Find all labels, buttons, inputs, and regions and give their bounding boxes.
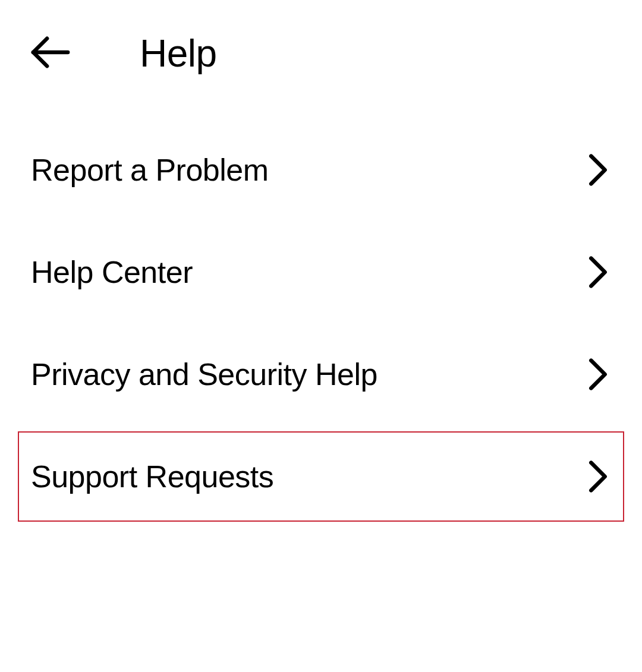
chevron-right-icon (585, 259, 611, 285)
back-button[interactable] (30, 30, 77, 77)
arrow-left-icon (30, 31, 71, 75)
page-title: Help (140, 31, 217, 75)
menu-item-report-a-problem[interactable]: Report a Problem (18, 125, 624, 215)
menu-item-label: Support Requests (31, 459, 273, 494)
menu-item-label: Report a Problem (31, 152, 269, 188)
menu-item-support-requests[interactable]: Support Requests (18, 431, 624, 522)
header: Help (0, 0, 642, 101)
menu-item-help-center[interactable]: Help Center (18, 227, 624, 317)
menu-item-privacy-and-security-help[interactable]: Privacy and Security Help (18, 329, 624, 419)
chevron-right-icon (585, 463, 611, 490)
menu-item-label: Privacy and Security Help (31, 356, 377, 392)
menu-item-label: Help Center (31, 254, 193, 290)
menu-list: Report a Problem Help Center Privacy and… (0, 125, 642, 522)
chevron-right-icon (585, 157, 611, 183)
chevron-right-icon (585, 361, 611, 387)
